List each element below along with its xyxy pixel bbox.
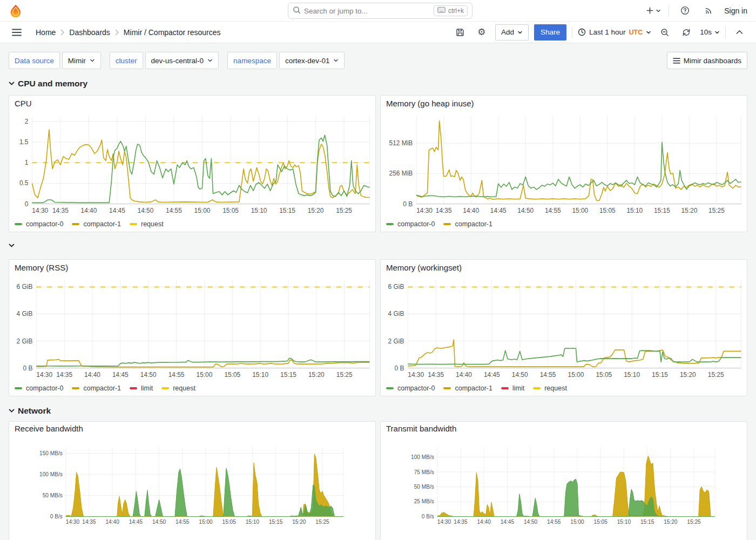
- legend-item[interactable]: compactor-1: [72, 220, 120, 228]
- breadcrumb-dashboards[interactable]: Dashboards: [69, 28, 110, 37]
- hamburger-menu-icon[interactable]: [9, 24, 25, 40]
- panel-row-1: CPU 14:3014:3514:4014:4514:5014:5515:001…: [0, 95, 756, 232]
- chevron-down-icon: [333, 58, 339, 63]
- panel-title[interactable]: Transmit bandwidth: [381, 422, 747, 435]
- filter-namespace-label: namespace: [227, 52, 277, 69]
- memory-workingset-chart[interactable]: 14:3014:3514:4014:4514:5014:5515:0015:05…: [381, 276, 747, 381]
- legend-item[interactable]: compactor-0: [15, 220, 63, 228]
- legend-item[interactable]: compactor-0: [386, 384, 435, 392]
- help-icon[interactable]: [677, 3, 693, 19]
- svg-text:15:05: 15:05: [599, 206, 616, 214]
- svg-text:14:30: 14:30: [437, 519, 451, 525]
- svg-text:14:50: 14:50: [138, 206, 154, 214]
- section-cpu-and-memory[interactable]: CPU and memory: [9, 77, 747, 91]
- section-network[interactable]: Network: [9, 404, 51, 418]
- chevron-down-icon: [9, 409, 15, 413]
- memory-rss-chart[interactable]: 14:3014:3514:4014:4514:5014:5515:0015:05…: [9, 276, 375, 381]
- svg-text:15:00: 15:00: [568, 370, 584, 378]
- panel-title[interactable]: Memory (RSS): [9, 260, 375, 276]
- panel-row-3: Receive bandwidth 14:3014:3514:4014:4514…: [0, 421, 756, 540]
- panel-memory-rss: Memory (RSS) 14:3014:3514:4014:4514:5014…: [9, 259, 376, 396]
- legend-item[interactable]: limit: [501, 384, 524, 392]
- time-range-picker[interactable]: Last 1 hour UTC: [578, 28, 651, 36]
- legend-swatch: [15, 387, 22, 389]
- collapse-toolbar-icon[interactable]: [731, 24, 747, 40]
- news-rss-icon[interactable]: [700, 3, 717, 19]
- svg-text:2 GiB: 2 GiB: [17, 337, 33, 345]
- svg-text:14:55: 14:55: [540, 370, 556, 378]
- svg-text:15:15: 15:15: [640, 519, 654, 525]
- chevron-down-icon: [517, 30, 523, 35]
- svg-text:0: 0: [25, 200, 29, 207]
- panel-transmit-bandwidth: Transmit bandwidth 14:3014:3514:4014:451…: [380, 421, 747, 540]
- legend-swatch: [130, 223, 137, 225]
- section-untitled-row[interactable]: [0, 232, 756, 259]
- legend-item[interactable]: compactor-1: [443, 384, 492, 392]
- legend-label: request: [173, 384, 195, 392]
- sign-in-link[interactable]: Sign in: [724, 6, 747, 15]
- svg-text:150 MB/s: 150 MB/s: [39, 450, 63, 456]
- filter-datasource-label: Data source: [9, 52, 60, 69]
- legend-item[interactable]: compactor-0: [386, 220, 435, 228]
- panel-title[interactable]: Memory (workingset): [381, 260, 747, 276]
- chevron-right-icon: [60, 29, 65, 36]
- mimir-dashboards-button[interactable]: Mimir dashboards: [667, 52, 747, 69]
- save-dashboard-icon[interactable]: [452, 24, 468, 40]
- svg-text:15:10: 15:10: [252, 370, 268, 378]
- panel-title[interactable]: CPU: [9, 96, 375, 112]
- svg-text:0 B: 0 B: [403, 200, 413, 207]
- legend-item[interactable]: compactor-1: [443, 220, 492, 228]
- svg-text:14:40: 14:40: [463, 206, 479, 214]
- filter-namespace-value[interactable]: cortex-dev-01: [279, 52, 345, 69]
- legend-item[interactable]: request: [533, 384, 567, 392]
- svg-text:15:20: 15:20: [308, 206, 324, 214]
- settings-gear-icon[interactable]: ⚙: [474, 24, 490, 40]
- chevron-down-icon: [646, 30, 651, 35]
- legend-swatch: [386, 223, 394, 225]
- svg-text:14:50: 14:50: [140, 370, 157, 378]
- legend-item[interactable]: compactor-0: [15, 384, 63, 392]
- legend-swatch: [443, 387, 451, 389]
- zoom-out-icon[interactable]: [657, 24, 673, 40]
- transmit-bandwidth-chart[interactable]: 14:3014:3514:4014:4514:5014:5515:0015:05…: [381, 435, 747, 540]
- panel-title[interactable]: Memory (go heap inuse): [381, 96, 747, 112]
- svg-text:15:05: 15:05: [222, 519, 237, 525]
- global-search[interactable]: ctrl+k: [288, 3, 473, 19]
- svg-text:15:00: 15:00: [199, 519, 213, 525]
- svg-text:6 GiB: 6 GiB: [388, 283, 404, 291]
- filter-datasource-value[interactable]: Mimir: [62, 52, 101, 69]
- cpu-chart[interactable]: 14:3014:3514:4014:4514:5014:5515:0015:05…: [9, 112, 375, 217]
- keyboard-icon: [437, 7, 446, 15]
- share-button[interactable]: Share: [534, 24, 566, 40]
- refresh-interval-picker[interactable]: 10s: [700, 28, 720, 36]
- add-button[interactable]: Add: [495, 24, 529, 40]
- svg-text:15:00: 15:00: [197, 370, 213, 378]
- panel-legend: compactor-0compactor-1limitrequest: [9, 381, 375, 396]
- svg-text:25 MB/s: 25 MB/s: [414, 499, 434, 505]
- memory-go-heap-chart[interactable]: 14:3014:3514:4014:4514:5014:5515:0015:05…: [381, 112, 747, 217]
- svg-text:15:20: 15:20: [292, 519, 306, 525]
- refresh-icon[interactable]: [678, 24, 694, 40]
- new-menu-button[interactable]: [646, 3, 661, 19]
- svg-text:15:15: 15:15: [269, 519, 283, 525]
- legend-item[interactable]: limit: [130, 384, 153, 392]
- panel-title[interactable]: Receive bandwidth: [9, 422, 375, 435]
- search-input[interactable]: [304, 7, 430, 15]
- svg-text:15:00: 15:00: [572, 206, 588, 214]
- legend-label: limit: [141, 384, 153, 392]
- legend-label: compactor-0: [397, 220, 435, 228]
- grafana-logo[interactable]: [9, 3, 23, 18]
- svg-text:4 GiB: 4 GiB: [17, 310, 33, 318]
- breadcrumb-home[interactable]: Home: [36, 28, 56, 37]
- receive-bandwidth-chart[interactable]: 14:3014:3514:4014:4514:5014:5515:0015:05…: [9, 435, 375, 540]
- panel-memory-workingset: Memory (workingset) 14:3014:3514:4014:45…: [380, 259, 747, 396]
- legend-item[interactable]: request: [161, 384, 195, 392]
- legend-label: limit: [512, 384, 524, 392]
- breadcrumb-current: Mimir / Compactor resources: [124, 28, 221, 37]
- template-variables-row: Data source Mimir cluster dev-us-central…: [9, 52, 747, 69]
- legend-label: request: [141, 220, 164, 228]
- filter-cluster-value[interactable]: dev-us-central-0: [145, 52, 219, 69]
- svg-text:14:45: 14:45: [484, 370, 500, 378]
- legend-item[interactable]: request: [130, 220, 164, 228]
- legend-item[interactable]: compactor-1: [72, 384, 120, 392]
